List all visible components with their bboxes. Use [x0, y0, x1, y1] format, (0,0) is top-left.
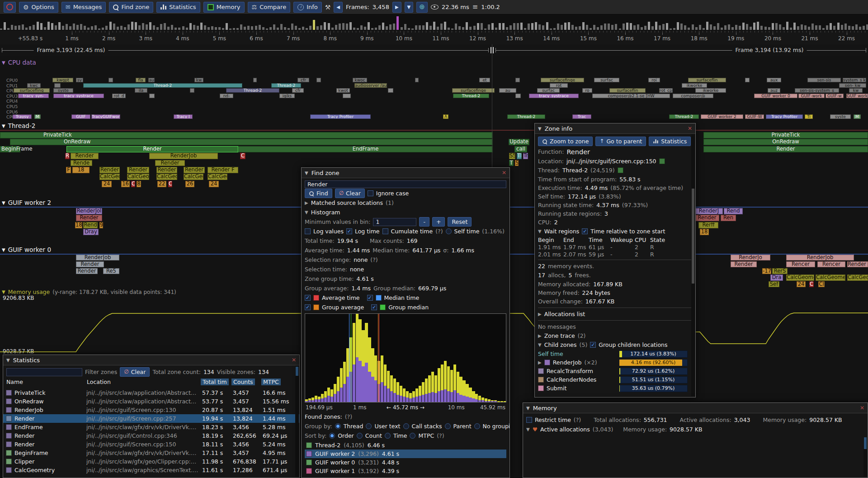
cpu-zone[interactable]: kwgpt — [52, 78, 73, 82]
timeline-zone[interactable]: Dray — [83, 229, 99, 235]
timeline-zone[interactable]: C — [131, 181, 135, 187]
cpu-zone[interactable]: ila — [135, 88, 147, 93]
memory-button[interactable]: Memory — [203, 2, 245, 13]
timeline-zone[interactable]: Render — [76, 261, 104, 267]
timeline-zone[interactable]: 18 — [700, 229, 709, 235]
legend-checkbox[interactable]: ✓ — [367, 295, 373, 301]
timeline-zone[interactable]: Ren — [721, 215, 736, 221]
timeline-zone[interactable]: Rende — [71, 160, 92, 166]
cpu-zone[interactable] — [190, 88, 194, 93]
cpu-zone[interactable]: kw — [849, 88, 863, 93]
timeline-zone[interactable]: RenderJo — [731, 255, 770, 260]
messages-button[interactable]: Messages — [61, 2, 106, 13]
cpu-zone[interactable] — [415, 78, 419, 82]
cpu-zone[interactable]: Traysy — [13, 114, 32, 119]
cpu-zone[interactable] — [54, 83, 61, 88]
collapse-triangle[interactable]: ▼ — [2, 60, 5, 65]
cpu-zone[interactable]: A — [443, 114, 448, 119]
cpu-data-header[interactable]: ▼ CPU data — [2, 59, 36, 66]
cpu-zone[interactable]: au — [499, 88, 516, 93]
min-bin-input[interactable] — [373, 218, 416, 226]
group-by-radio[interactable] — [335, 423, 341, 429]
timeline-zone[interactable]: Render — [703, 146, 868, 152]
cpu-zone[interactable]: GUIF-work — [798, 94, 825, 98]
collapse-triangle[interactable]: ▼ — [538, 126, 542, 131]
cpu-zone[interactable] — [253, 78, 257, 82]
group-by-radio[interactable] — [403, 423, 409, 429]
close-icon[interactable]: ✕ — [292, 357, 296, 363]
cpu-zone[interactable]: tracy_syn- — [18, 94, 49, 98]
timeline-zone[interactable]: RenderJob — [786, 255, 854, 260]
cpu-zone[interactable]: aux — [767, 78, 781, 82]
frame-markers-row[interactable]: Frame 3,193 (22.45 ms) Frame 3,194 (13.9… — [0, 44, 868, 56]
goto-frame-button[interactable] — [416, 2, 428, 13]
find-zone-search-input[interactable] — [305, 180, 506, 188]
timeline-zone[interactable]: Render — [127, 167, 149, 173]
cpu-zone[interactable] — [515, 94, 521, 98]
table-row[interactable]: BeginFramejni/../jni/src/claw/gfx/drv/vk… — [3, 449, 299, 457]
cpu-zone[interactable]: surfac — [594, 78, 619, 82]
guif-worker2-header[interactable]: ▼ GUIF worker 2 — [2, 199, 51, 206]
cpu-zone[interactable]: Thread-2 — [226, 88, 279, 93]
matched-locations-row[interactable]: ▶ Matched source locations (1) — [305, 199, 506, 207]
find-zone-titlebar[interactable]: ▼ Find zone ✕ — [302, 168, 509, 178]
find-button[interactable]: Find — [305, 189, 332, 198]
cpu-zone[interactable]: syste — [830, 114, 851, 119]
timeline-zone[interactable]: 9 — [99, 222, 103, 228]
collapse-triangle[interactable]: ▼ — [2, 200, 5, 205]
log-values-checkbox[interactable] — [305, 228, 311, 234]
timeline-zone[interactable]: Render — [76, 215, 102, 221]
cpu-zone[interactable]: GUIF — [71, 114, 90, 119]
cpu-zone[interactable]: tracy_systrace — [529, 94, 579, 98]
timeline-zone[interactable]: Render F — [208, 167, 238, 173]
timeline-zone[interactable]: C — [809, 281, 814, 287]
collapse-triangle[interactable]: ▼ — [2, 247, 5, 252]
cpu-zone[interactable]: surfaceflin — [688, 78, 726, 82]
timeline-zone[interactable]: RenderJob — [149, 153, 218, 159]
close-icon[interactable]: ✕ — [860, 405, 864, 411]
collapse-triangle[interactable]: ▼ — [305, 210, 308, 215]
timeline-zone[interactable]: RerS — [772, 268, 788, 274]
relative-time-checkbox[interactable]: ✓ — [582, 228, 588, 234]
table-row[interactable]: CalcGeometryjni/../jni/src/claw/graphics… — [3, 466, 299, 474]
timeline-zone[interactable]: RenderJol — [76, 208, 102, 214]
child-zones-label[interactable]: Child zones — [544, 341, 577, 348]
timeline-zone[interactable]: PrivateTick — [0, 132, 493, 138]
statistics-scrollbar[interactable] — [295, 366, 299, 477]
cpu-zone[interactable]: rot — [550, 83, 568, 88]
cpu-zone[interactable]: Thread-2 — [271, 83, 301, 88]
power-button[interactable] — [4, 2, 16, 13]
cpu-zone[interactable]: sy — [76, 78, 83, 82]
zone-trace-label[interactable]: Zone trace — [544, 332, 575, 339]
timeline-zone[interactable]: BeginFrame — [0, 146, 20, 152]
timeline-zone[interactable]: C — [240, 153, 245, 159]
timeline-zone[interactable]: 24 — [797, 281, 806, 287]
wait-regions-label[interactable]: Wait regions — [544, 228, 580, 235]
timeline-zone[interactable]: -17 — [762, 268, 771, 274]
timeline-zone[interactable]: RenderJob — [76, 255, 119, 260]
histogram-row[interactable]: ▼ Histogram — [305, 208, 506, 217]
timeline-zone[interactable]: C — [168, 181, 172, 187]
timeline-zone[interactable]: Render — [184, 167, 205, 173]
info-button[interactable]: iInfo — [293, 2, 322, 13]
timeline-zone[interactable]: 24 — [102, 181, 112, 187]
cpu-zone[interactable] — [108, 78, 113, 82]
clear-button[interactable]: Clear — [335, 189, 365, 198]
guif-worker0-header[interactable]: ▼ GUIF worker 0 — [2, 246, 51, 253]
cpu-zone[interactable] — [388, 88, 393, 93]
zone-group-row[interactable]: Thread-2(4,105)6.46 s — [305, 441, 506, 450]
timeline-zone[interactable]: Cl — [818, 281, 825, 287]
cpu-zone[interactable]: kwoc — [353, 78, 367, 82]
cpu-zone[interactable]: ro — [582, 88, 592, 93]
cpu-zone[interactable]: GUIF-w — [826, 94, 844, 98]
cpu-zone[interactable]: cfr — [297, 78, 309, 82]
memory-usage-header[interactable]: ▼ Memory usage (y-range: 178.27 KB, visi… — [2, 289, 176, 295]
timeline-zone[interactable]: Dra — [770, 274, 783, 280]
cpu-zone[interactable]: igiks — [279, 94, 295, 98]
cpu-zone[interactable]: ikworke — [682, 83, 707, 88]
collapse-triangle[interactable]: ▼ — [2, 123, 5, 128]
cpu-zone[interactable]: Trac — [572, 114, 591, 119]
child-zone-row[interactable]: Self time172.14 us (3.83%) — [538, 350, 688, 358]
child-zone-row[interactable]: ▶RenderJob(×2)4.16 ms (92.60%) — [538, 358, 688, 367]
zoom-to-zone-button[interactable]: Zoom to zone — [538, 137, 593, 146]
